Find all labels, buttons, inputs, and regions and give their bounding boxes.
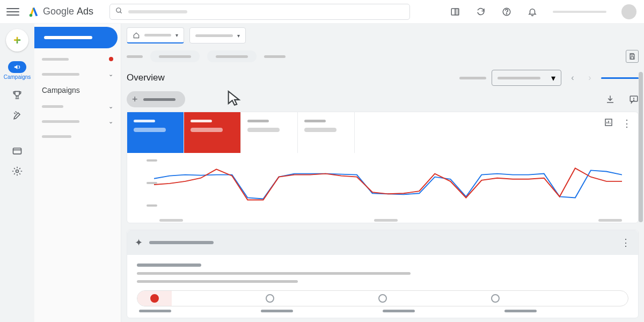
ads-logo-icon — [28, 6, 40, 18]
page-title: Overview — [127, 72, 165, 83]
search-placeholder — [128, 10, 187, 13]
metric-tab[interactable] — [127, 112, 184, 153]
rail-billing[interactable] — [2, 145, 32, 156]
brand-text: Google Ads — [43, 6, 93, 17]
svg-point-10 — [16, 170, 19, 173]
svg-point-7 — [506, 13, 507, 14]
chevron-down-icon: ⌄ — [108, 71, 113, 78]
add-button[interactable]: + — [127, 91, 185, 107]
left-rail: + Campaigns — [0, 24, 34, 322]
compare-indicator — [601, 77, 639, 79]
svg-rect-11 — [631, 54, 633, 55]
overview-chart-card: ⋮ — [127, 112, 639, 223]
overview-chart — [127, 153, 638, 223]
filter-bar: ▾ ▾ — [121, 24, 644, 47]
caret-down-icon: ▾ — [175, 32, 178, 38]
rail-goals[interactable] — [2, 90, 32, 100]
chip-label — [264, 55, 286, 58]
filter-chip[interactable] — [207, 50, 257, 62]
more-icon[interactable]: ⋮ — [622, 118, 632, 129]
gear-icon — [12, 166, 23, 177]
alert-dot-icon — [109, 57, 113, 61]
rail-campaigns-label: Campaigns — [4, 74, 31, 80]
svg-rect-8 — [13, 148, 21, 154]
insight-text — [137, 272, 411, 275]
panel-active-item[interactable] — [34, 27, 118, 48]
panel-item[interactable]: ⌄ — [34, 99, 121, 114]
panel-item[interactable] — [34, 52, 121, 67]
filter-chip[interactable] — [150, 50, 200, 62]
filter-select[interactable]: ▾ — [189, 27, 246, 43]
progress-track[interactable] — [137, 290, 628, 306]
download-icon[interactable] — [605, 94, 615, 104]
insight-text — [137, 280, 298, 283]
appearance-icon[interactable] — [450, 6, 460, 17]
svg-point-0 — [30, 13, 33, 16]
main-content: ▾ ▾ Overview ▾ ‹ › + — [121, 24, 644, 322]
metric-tab[interactable] — [184, 112, 241, 153]
panel-section-title: Campaigns — [34, 82, 121, 99]
card-icon — [12, 145, 23, 156]
action-row: + — [121, 87, 644, 112]
more-icon[interactable]: ⋮ — [621, 237, 631, 248]
prev-button[interactable]: ‹ — [567, 72, 579, 84]
sparkle-icon: ✦ — [135, 237, 143, 248]
refresh-icon[interactable] — [475, 6, 486, 17]
avatar[interactable] — [621, 4, 636, 19]
scope-select[interactable]: ▾ — [127, 27, 184, 43]
metric-tab[interactable] — [298, 112, 355, 153]
svg-line-2 — [120, 12, 122, 13]
left-panel: ⌄ Campaigns ⌄ ⌄ — [34, 24, 121, 322]
insight-header: ✦ ⋮ — [127, 230, 638, 255]
svg-point-15 — [634, 100, 634, 100]
save-view-icon[interactable] — [626, 50, 639, 63]
chip-label — [127, 55, 143, 58]
panel-item[interactable]: ⌄ — [34, 114, 121, 129]
feedback-icon[interactable] — [629, 94, 639, 104]
progress-step — [266, 294, 274, 303]
menu-icon[interactable] — [6, 5, 19, 18]
account-label[interactable] — [553, 11, 606, 13]
rail-campaigns[interactable]: Campaigns — [2, 61, 32, 80]
scrollbar[interactable] — [639, 72, 643, 222]
progress-step-active — [150, 294, 159, 303]
panel-item[interactable] — [34, 129, 121, 144]
expand-chart-icon[interactable] — [604, 118, 613, 127]
caret-down-icon: ▾ — [237, 33, 240, 39]
date-range-select[interactable]: ▾ — [492, 70, 561, 86]
plus-icon: + — [132, 94, 138, 105]
search-icon — [115, 7, 123, 16]
caret-down-icon: ▾ — [551, 73, 555, 83]
rail-admin[interactable] — [2, 166, 32, 177]
search-input[interactable] — [109, 4, 410, 20]
create-button[interactable]: + — [6, 29, 28, 52]
trophy-icon — [12, 90, 23, 100]
date-label — [459, 77, 486, 79]
progress-step — [378, 294, 387, 303]
brand-logo[interactable]: Google Ads — [28, 6, 93, 18]
megaphone-icon — [8, 61, 26, 73]
tools-icon — [12, 110, 23, 121]
insight-title — [137, 264, 201, 267]
next-button[interactable]: › — [584, 72, 596, 84]
svg-rect-12 — [631, 57, 634, 60]
chevron-down-icon: ⌄ — [108, 118, 113, 125]
chip-bar — [121, 47, 644, 65]
rail-tools[interactable] — [2, 110, 32, 121]
svg-point-1 — [116, 8, 121, 12]
insight-card: ✦ ⋮ — [127, 230, 639, 318]
notifications-icon[interactable] — [527, 6, 538, 17]
page-header: Overview ▾ ‹ › — [121, 65, 644, 87]
progress-labels — [137, 310, 628, 312]
svg-rect-5 — [455, 9, 459, 15]
metric-tabs: ⋮ — [127, 112, 638, 153]
home-icon — [133, 32, 140, 39]
help-icon[interactable] — [501, 6, 512, 17]
plus-icon: + — [13, 33, 21, 48]
top-bar: Google Ads — [0, 0, 644, 24]
progress-step — [491, 294, 500, 303]
panel-item[interactable]: ⌄ — [34, 67, 121, 82]
metric-tab[interactable] — [241, 112, 298, 153]
chevron-down-icon: ⌄ — [108, 103, 113, 110]
